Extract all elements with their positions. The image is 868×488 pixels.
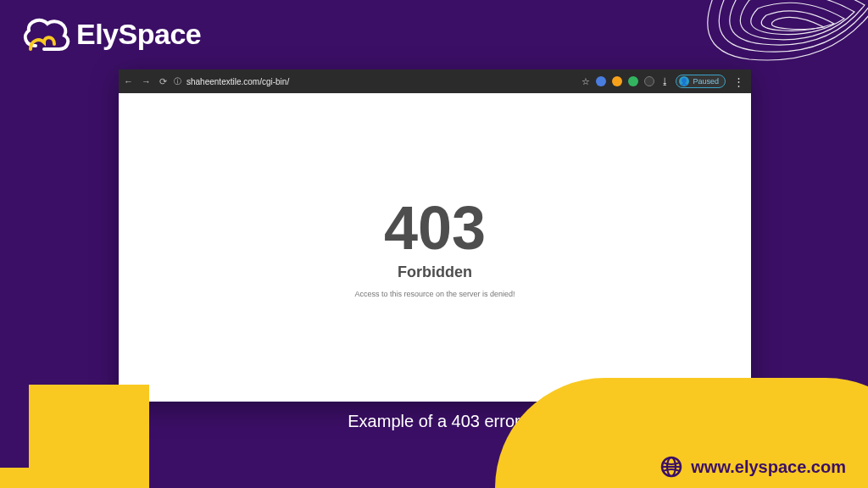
browser-toolbar: ← → ⟳ ⓘ shaheentextile.com/cgi-bin/ ☆ ⭳ …	[119, 69, 751, 93]
extensions-puzzle-icon[interactable]	[644, 76, 654, 86]
error-message: Access to this resource on the server is…	[354, 290, 515, 298]
address-bar[interactable]: ⓘ shaheentextile.com/cgi-bin/	[174, 76, 289, 87]
browser-window: ← → ⟳ ⓘ shaheentextile.com/cgi-bin/ ☆ ⭳ …	[119, 69, 751, 402]
extension-icon[interactable]	[628, 76, 638, 86]
globe-icon	[660, 456, 682, 478]
brand-name: ElySpace	[76, 18, 201, 51]
cloud-icon	[19, 15, 71, 53]
decorative-strip	[0, 468, 95, 488]
reload-icon[interactable]: ⟳	[159, 77, 167, 86]
extension-icon[interactable]	[596, 76, 606, 86]
footer-url: www.elyspace.com	[691, 458, 846, 477]
footer-link[interactable]: www.elyspace.com	[660, 456, 846, 478]
url-text: shaheentextile.com/cgi-bin/	[186, 77, 289, 86]
extension-icon[interactable]	[612, 76, 622, 86]
back-icon[interactable]: ←	[124, 77, 133, 86]
profile-chip[interactable]: 👤 Paused	[676, 75, 726, 88]
brand-logo: ElySpace	[19, 15, 201, 53]
site-info-icon: ⓘ	[174, 76, 181, 87]
profile-avatar-icon: 👤	[679, 76, 689, 86]
page-content: 403 Forbidden Access to this resource on…	[119, 93, 751, 402]
error-title: Forbidden	[398, 263, 472, 281]
bookmark-icon[interactable]: ☆	[581, 76, 590, 87]
error-code: 403	[384, 197, 486, 258]
download-icon[interactable]: ⭳	[660, 76, 670, 86]
menu-icon[interactable]: ⋮	[732, 75, 746, 88]
forward-icon[interactable]: →	[142, 77, 151, 86]
profile-status: Paused	[693, 77, 719, 86]
